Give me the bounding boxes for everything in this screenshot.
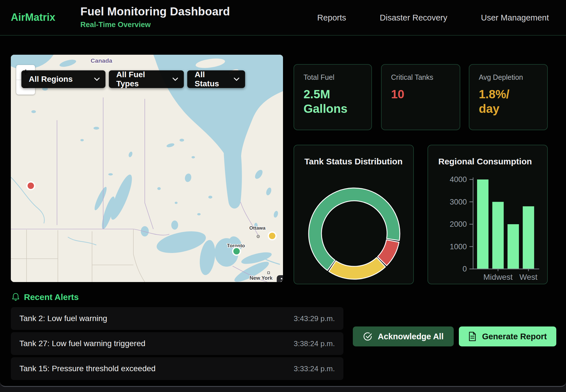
map-resize-grip-icon[interactable] — [277, 275, 283, 282]
map-canvas[interactable]: Canada Ottawa Toronto New York — [11, 55, 283, 282]
main-nav: Reports Disaster Recovery User Managemen… — [317, 0, 549, 36]
status-filter-dropdown[interactable]: All Status — [187, 70, 245, 88]
normal-tank-marker[interactable] — [233, 248, 241, 255]
tank-status-chart-card: Tank Status Distribution — [294, 145, 414, 284]
map-panel[interactable]: Canada Ottawa Toronto New York + − — [11, 55, 283, 282]
bar-2 — [508, 224, 519, 269]
stat-label: Total Fuel — [304, 73, 334, 81]
warning-tank-marker[interactable] — [268, 232, 276, 240]
alert-time: 3:43:29 p.m. — [294, 314, 335, 323]
map-filters: All Regions All Fuel Types All Status — [21, 70, 245, 88]
page-subtitle: Real-Time Overview — [80, 20, 230, 29]
alert-time: 3:33:24 p.m. — [294, 364, 335, 373]
title-block: Fuel Monitoring Dashboard Real-Time Over… — [80, 5, 230, 29]
nav-user-management[interactable]: User Management — [481, 13, 549, 23]
alert-row: Tank 15: Pressure threshold exceeded 3:3… — [11, 357, 343, 380]
country-label: Canada — [91, 57, 112, 64]
bar-1 — [492, 202, 504, 269]
fuel-type-filter-value: All Fuel Types — [116, 70, 167, 88]
bell-icon — [12, 293, 19, 301]
svg-text:1000: 1000 — [450, 242, 467, 251]
stat-value: 1.8%/day — [479, 87, 509, 116]
svg-text:Midwest: Midwest — [483, 273, 513, 281]
chevron-down-icon — [94, 77, 100, 81]
region-filter-dropdown[interactable]: All Regions — [21, 70, 105, 88]
tank-status-donut-chart — [306, 185, 403, 282]
generate-report-button[interactable]: Generate Report — [459, 326, 556, 346]
regional-consumption-bar-chart: 01000200030004000MidwestWest — [428, 145, 548, 285]
alert-time: 3:38:24 p.m. — [294, 339, 335, 348]
svg-text:3000: 3000 — [450, 198, 467, 206]
alert-text: Tank 27: Low fuel warning triggered — [19, 339, 145, 348]
donut-slice-warning — [329, 258, 386, 279]
fuel-type-filter-dropdown[interactable]: All Fuel Types — [109, 70, 184, 88]
document-icon — [468, 332, 476, 341]
regional-consumption-chart-card: Regional Consumption 01000200030004000Mi… — [427, 145, 548, 284]
bar-3 — [523, 206, 534, 269]
stat-card-critical-tanks: Critical Tanks 10 — [381, 64, 460, 130]
stat-label: Critical Tanks — [391, 73, 433, 81]
critical-tank-marker[interactable] — [27, 182, 35, 190]
alerts-title: Recent Alerts — [24, 292, 79, 302]
city-label-new-york: New York — [250, 275, 273, 281]
check-circle-icon — [363, 332, 372, 341]
stat-value: 2.5MGallons — [304, 87, 347, 116]
svg-text:2000: 2000 — [450, 220, 467, 228]
city-label-ottawa: Ottawa — [249, 225, 266, 231]
svg-text:4000: 4000 — [450, 175, 467, 184]
svg-text:0: 0 — [463, 265, 467, 273]
stat-card-avg-depletion: Avg Depletion 1.8%/day — [469, 64, 548, 130]
nav-reports[interactable]: Reports — [317, 13, 346, 23]
chevron-down-icon — [172, 77, 178, 81]
alert-text: Tank 15: Pressure threshold exceeded — [19, 364, 156, 373]
alert-row: Tank 27: Low fuel warning triggered 3:38… — [11, 332, 343, 355]
stat-card-total-fuel: Total Fuel 2.5MGallons — [294, 64, 372, 130]
dashboard-shell: AirMatrix Fuel Monitoring Dashboard Real… — [0, 0, 566, 387]
svg-text:West: West — [520, 273, 538, 281]
tank-status-chart-title: Tank Status Distribution — [304, 157, 402, 166]
acknowledge-all-button[interactable]: Acknowledge All — [353, 326, 454, 346]
stat-value: 10 — [391, 87, 404, 101]
status-filter-value: All Status — [195, 70, 229, 88]
alert-row: Tank 2: Low fuel warning 3:43:29 p.m. — [11, 307, 343, 330]
alert-text: Tank 2: Low fuel warning — [19, 314, 107, 323]
bar-0 — [477, 179, 488, 269]
page-title: Fuel Monitoring Dashboard — [80, 5, 230, 18]
stat-label: Avg Depletion — [479, 73, 523, 81]
region-filter-value: All Regions — [29, 75, 73, 84]
chevron-down-icon — [234, 77, 239, 81]
brand-logo[interactable]: AirMatrix — [11, 11, 55, 23]
alerts-header: Recent Alerts — [12, 292, 79, 302]
app-header: AirMatrix Fuel Monitoring Dashboard Real… — [0, 0, 566, 36]
nav-disaster-recovery[interactable]: Disaster Recovery — [380, 13, 447, 23]
